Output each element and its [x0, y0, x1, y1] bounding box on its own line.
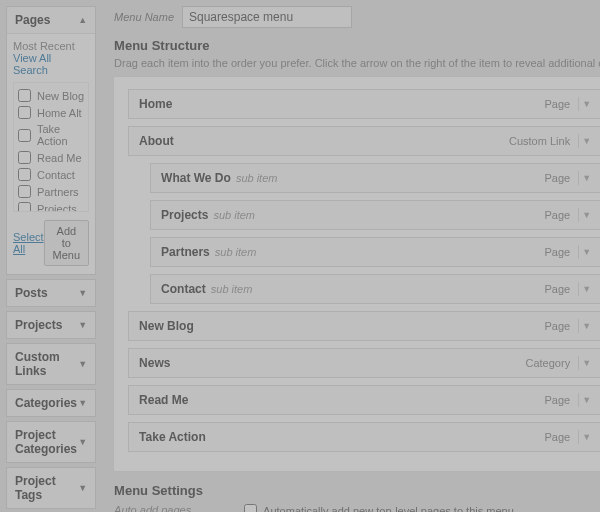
sidebar: Pages ▲ Most Recent View All Search New …: [0, 0, 102, 512]
panel-title: Projects: [15, 318, 62, 332]
menu-item-type: Page: [544, 431, 570, 443]
panel-title: Posts: [15, 286, 48, 300]
menu-item[interactable]: Contactsub itemPage▼: [150, 274, 600, 304]
menu-item-type: Page: [544, 246, 570, 258]
menu-item-label: Take Action: [139, 430, 206, 444]
menu-item-type: Custom Link: [509, 135, 570, 147]
menu-structure-list: HomePage▼AboutCustom Link▼What We Dosub …: [114, 77, 600, 471]
caret-down-icon: ▼: [78, 288, 87, 298]
menu-item[interactable]: AboutCustom Link▼: [128, 126, 600, 156]
expand-icon[interactable]: ▼: [578, 393, 594, 407]
expand-icon[interactable]: ▼: [578, 134, 594, 148]
menu-item-label: New Blog: [139, 319, 194, 333]
page-label: Home Alt: [37, 107, 82, 119]
auto-add-label: Auto add pages: [114, 504, 244, 512]
menu-name-input[interactable]: [182, 6, 352, 28]
menu-structure-hint: Drag each item into the order you prefer…: [114, 57, 600, 69]
menu-item[interactable]: New BlogPage▼: [128, 311, 600, 341]
expand-icon[interactable]: ▼: [578, 245, 594, 259]
page-label: Projects: [37, 203, 77, 213]
pages-checklist[interactable]: New BlogHome AltTake ActionRead MeContac…: [13, 82, 89, 212]
page-label: Contact: [37, 169, 75, 181]
page-checkbox-item[interactable]: Read Me: [18, 149, 86, 166]
panel-toggle[interactable]: Custom Links▼: [7, 344, 95, 384]
tab-search[interactable]: Search: [13, 64, 48, 76]
sub-item-label: sub item: [211, 283, 253, 295]
sub-item-label: sub item: [236, 172, 278, 184]
menu-item-label: News: [139, 356, 170, 370]
caret-down-icon: ▼: [78, 320, 87, 330]
page-checkbox[interactable]: [18, 202, 31, 212]
menu-item[interactable]: NewsCategory▼: [128, 348, 600, 378]
expand-icon[interactable]: ▼: [578, 208, 594, 222]
sub-item-label: sub item: [213, 209, 255, 221]
page-checkbox-item[interactable]: Take Action: [18, 121, 86, 149]
pages-tabs: Most Recent View All Search: [13, 40, 89, 76]
menu-item[interactable]: Read MePage▼: [128, 385, 600, 415]
panel-title: Custom Links: [15, 350, 78, 378]
auto-add-text: Automatically add new top-level pages to…: [263, 505, 514, 513]
page-checkbox[interactable]: [18, 185, 31, 198]
page-checkbox[interactable]: [18, 106, 31, 119]
menu-item-label: Contact: [161, 282, 206, 296]
expand-icon[interactable]: ▼: [578, 319, 594, 333]
menu-item[interactable]: Partnerssub itemPage▼: [150, 237, 600, 267]
menu-item[interactable]: Projectssub itemPage▼: [150, 200, 600, 230]
page-checkbox[interactable]: [18, 129, 31, 142]
menu-item-label: Home: [139, 97, 172, 111]
menu-item-label: Partners: [161, 245, 210, 259]
sub-item-label: sub item: [215, 246, 257, 258]
caret-up-icon: ▲: [78, 15, 87, 25]
expand-icon[interactable]: ▼: [578, 171, 594, 185]
menu-item[interactable]: Take ActionPage▼: [128, 422, 600, 452]
menu-item[interactable]: What We Dosub itemPage▼: [150, 163, 600, 193]
pages-panel-title: Pages: [15, 13, 50, 27]
menu-structure-heading: Menu Structure: [114, 38, 600, 53]
page-checkbox[interactable]: [18, 151, 31, 164]
auto-add-checkbox-row[interactable]: Automatically add new top-level pages to…: [244, 504, 514, 512]
page-checkbox[interactable]: [18, 89, 31, 102]
page-label: Partners: [37, 186, 79, 198]
menu-item-type: Page: [544, 172, 570, 184]
panel-title: Categories: [15, 396, 77, 410]
menu-item-type: Category: [526, 357, 571, 369]
panel-title: Project Tags: [15, 474, 78, 502]
menu-item-label: Read Me: [139, 393, 188, 407]
menu-item-type: Page: [544, 209, 570, 221]
expand-icon[interactable]: ▼: [578, 282, 594, 296]
menu-name-label: Menu Name: [114, 11, 174, 23]
pages-panel: Pages ▲ Most Recent View All Search New …: [6, 6, 96, 275]
menu-item-type: Page: [544, 394, 570, 406]
auto-add-checkbox[interactable]: [244, 504, 257, 512]
page-checkbox-item[interactable]: Contact: [18, 166, 86, 183]
expand-icon[interactable]: ▼: [578, 356, 594, 370]
page-checkbox-item[interactable]: New Blog: [18, 87, 86, 104]
page-checkbox-item[interactable]: Home Alt: [18, 104, 86, 121]
expand-icon[interactable]: ▼: [578, 430, 594, 444]
main-area: Menu Name Menu Structure Drag each item …: [102, 0, 600, 512]
select-all-link[interactable]: Select All: [13, 231, 44, 255]
menu-item-label: About: [139, 134, 174, 148]
page-checkbox-item[interactable]: Projects: [18, 200, 86, 212]
tab-view-all[interactable]: View All: [13, 52, 51, 64]
caret-down-icon: ▼: [78, 483, 87, 493]
panel-toggle[interactable]: Project Categories▼: [7, 422, 95, 462]
menu-settings-heading: Menu Settings: [114, 483, 600, 498]
pages-panel-toggle[interactable]: Pages ▲: [7, 7, 95, 33]
add-to-menu-button[interactable]: Add to Menu: [44, 220, 90, 266]
panel-title: Project Categories: [15, 428, 78, 456]
panel-toggle[interactable]: Categories▼: [7, 390, 95, 416]
menu-item-type: Page: [544, 98, 570, 110]
page-checkbox-item[interactable]: Partners: [18, 183, 86, 200]
panel-toggle[interactable]: Project Tags▼: [7, 468, 95, 508]
caret-down-icon: ▼: [78, 398, 87, 408]
page-checkbox[interactable]: [18, 168, 31, 181]
tab-most-recent[interactable]: Most Recent: [13, 40, 75, 52]
expand-icon[interactable]: ▼: [578, 97, 594, 111]
caret-down-icon: ▼: [78, 359, 87, 369]
page-label: Take Action: [37, 123, 86, 147]
panel-toggle[interactable]: Posts▼: [7, 280, 95, 306]
menu-item-type: Page: [544, 283, 570, 295]
panel-toggle[interactable]: Projects▼: [7, 312, 95, 338]
menu-item[interactable]: HomePage▼: [128, 89, 600, 119]
